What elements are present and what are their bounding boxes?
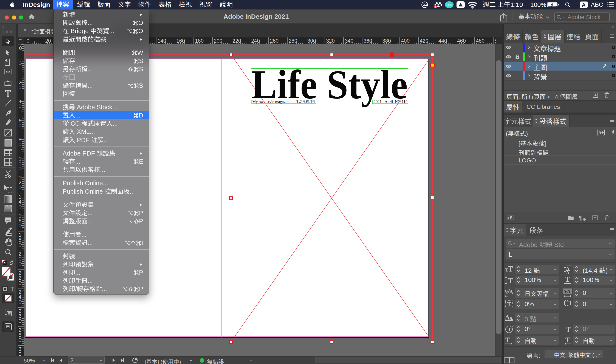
svg-text:T: T xyxy=(505,336,510,344)
svg-text:T: T xyxy=(565,276,570,283)
svg-text:A: A xyxy=(582,2,585,8)
svg-text:T: T xyxy=(566,325,571,334)
svg-text:1: 1 xyxy=(435,5,436,8)
svg-text:a+: a+ xyxy=(599,130,604,135)
svg-text:T: T xyxy=(508,265,513,273)
svg-text:T: T xyxy=(507,301,511,307)
svg-text:A: A xyxy=(566,270,569,274)
svg-text:My own style magazine: My own style magazine xyxy=(252,100,290,104)
svg-text:T: T xyxy=(508,276,513,285)
svg-text:T: T xyxy=(508,326,511,333)
svg-text:V: V xyxy=(505,289,509,295)
svg-text:LINE: LINE xyxy=(446,4,452,6)
svg-text:A: A xyxy=(509,289,513,295)
svg-text:A: A xyxy=(566,266,569,271)
svg-text:T: T xyxy=(11,286,14,292)
svg-text:A: A xyxy=(505,314,510,321)
svg-text:VA: VA xyxy=(564,289,571,294)
svg-text:¶: ¶ xyxy=(579,215,582,221)
svg-text:2021 April NO.119: 2021 April NO.119 xyxy=(374,100,407,104)
svg-text:T: T xyxy=(565,336,570,344)
svg-text:生活風格月刊: 生活風格月刊 xyxy=(296,99,315,104)
